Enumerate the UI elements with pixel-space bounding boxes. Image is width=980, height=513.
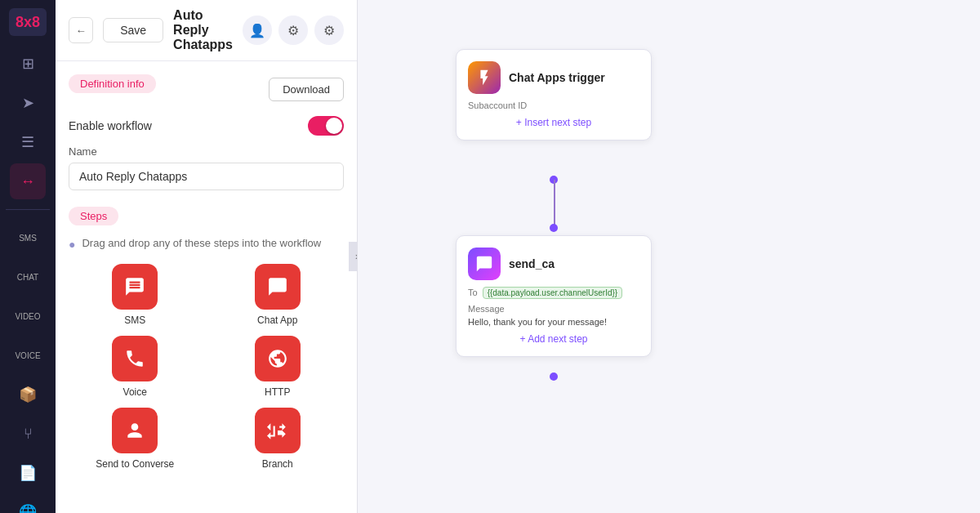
sidebar-item-voice[interactable]: VOICE	[10, 337, 46, 373]
step-voice[interactable]: Voice	[69, 336, 202, 398]
save-button[interactable]: Save	[103, 18, 163, 42]
list-icon[interactable]: ☰	[10, 124, 46, 160]
http-step-label: HTTP	[265, 386, 290, 398]
trigger-node[interactable]: Chat Apps trigger Subaccount ID + Insert…	[456, 49, 652, 141]
step-http[interactable]: HTTP	[212, 336, 345, 398]
sidebar-item-video[interactable]: VIDEO	[10, 298, 46, 334]
app-logo: 8x8	[9, 8, 47, 36]
steps-hint-text: Drag and drop any of these steps into th…	[82, 237, 321, 249]
workflow-icon[interactable]: ↔	[10, 163, 46, 199]
trigger-node-header: Chat Apps trigger	[468, 61, 639, 94]
config-button[interactable]: ⚙	[314, 16, 344, 45]
enable-toggle[interactable]	[308, 116, 344, 136]
header-actions: 👤 ⚙ ⚙	[243, 16, 344, 45]
definition-header: Definition info Download	[69, 74, 344, 105]
trigger-insert-btn[interactable]: + Insert next step	[468, 117, 639, 128]
page-title: Auto Reply Chatapps	[173, 8, 233, 52]
steps-badge: Steps	[69, 207, 118, 225]
branch-icon[interactable]: ⑂	[10, 416, 46, 452]
send-to-label: To	[468, 288, 478, 297]
settings-button[interactable]: ⚙	[278, 16, 308, 45]
send-node-header: send_ca	[468, 248, 639, 280]
add-next-step-btn[interactable]: + Add next step	[468, 333, 639, 345]
user-icon-button[interactable]: 👤	[243, 16, 272, 45]
enable-workflow-row: Enable workflow	[69, 116, 344, 136]
sms-step-icon[interactable]	[112, 264, 158, 310]
sidebar-item-workflow[interactable]: ↔	[10, 163, 46, 199]
sidebar: 8x8 ⊞ ➤ ☰ ↔ SMS CHAT VIDEO VOICE 📦 ⑂ 📄 🌐	[0, 0, 56, 513]
sms-step-label: SMS	[124, 314, 145, 326]
doc-icon[interactable]: 📄	[10, 455, 46, 491]
sidebar-item-list[interactable]: ☰	[10, 124, 46, 160]
voice-nav-icon[interactable]: VOICE	[10, 337, 46, 373]
video-nav-icon[interactable]: VIDEO	[10, 298, 46, 334]
step-chat-app[interactable]: Chat App	[212, 264, 345, 326]
chat-app-step-label: Chat App	[257, 314, 297, 326]
sidebar-item-send[interactable]: ➤	[10, 85, 46, 121]
sidebar-item-sms[interactable]: SMS	[10, 220, 46, 256]
grid-icon[interactable]: ⊞	[10, 46, 46, 82]
connector-dot-bottom	[550, 224, 558, 232]
step-sms[interactable]: SMS	[69, 264, 202, 326]
chat-nav-icon[interactable]: CHAT	[10, 259, 46, 295]
trigger-node-title: Chat Apps trigger	[509, 71, 605, 84]
definition-badge: Definition info	[69, 74, 156, 93]
hint-icon: ●	[69, 238, 75, 251]
chat-app-step-icon[interactable]	[255, 264, 301, 310]
steps-section: Steps ● Drag and drop any of these steps…	[69, 207, 344, 470]
panel-expand-handle[interactable]: ›	[349, 242, 358, 271]
steps-grid: SMS Chat App Voice	[69, 264, 344, 470]
voice-step-label: Voice	[123, 386, 147, 398]
enable-label: Enable workflow	[69, 119, 152, 132]
globe-icon[interactable]: 🌐	[10, 494, 46, 513]
send-message-value: Hello, thank you for your message!	[468, 317, 639, 327]
box-icon[interactable]: 📦	[10, 377, 46, 413]
connector-dot-end	[550, 372, 558, 381]
left-panel: ← Save Auto Reply Chatapps 👤 ⚙ ⚙ Definit…	[56, 0, 358, 513]
name-field-label: Name	[69, 145, 344, 158]
sidebar-item-grid[interactable]: ⊞	[10, 46, 46, 82]
step-send-to-converse[interactable]: Send to Converse	[69, 408, 202, 470]
branch-step-icon[interactable]	[255, 408, 301, 453]
branch-step-label: Branch	[262, 458, 293, 470]
panel-content: Definition info Download Enable workflow…	[56, 61, 357, 513]
send-node-title: send_ca	[509, 257, 555, 270]
back-button[interactable]: ←	[69, 17, 93, 43]
send-to-converse-step-label: Send to Converse	[96, 458, 174, 470]
panel-header: ← Save Auto Reply Chatapps 👤 ⚙ ⚙	[56, 0, 357, 61]
send-node[interactable]: send_ca To {{data.payload.user.channelUs…	[456, 235, 652, 357]
sidebar-item-chat[interactable]: CHAT	[10, 259, 46, 295]
send-to-value: {{data.payload.user.channelUserId}}	[483, 287, 623, 299]
step-branch[interactable]: Branch	[212, 408, 345, 470]
sms-nav-icon[interactable]: SMS	[10, 220, 46, 256]
name-input[interactable]	[69, 163, 344, 190]
send-node-icon	[468, 248, 501, 280]
send-to-converse-step-icon[interactable]	[112, 408, 158, 453]
connector-line	[554, 180, 555, 225]
workflow-canvas: Chat Apps trigger Subaccount ID + Insert…	[358, 0, 980, 513]
send-message-label: Message	[468, 304, 639, 314]
trigger-node-icon	[468, 61, 501, 94]
download-button[interactable]: Download	[269, 78, 344, 101]
workflow-canvas-area: Chat Apps trigger Subaccount ID + Insert…	[358, 0, 980, 513]
steps-hint: ● Drag and drop any of these steps into …	[69, 237, 344, 251]
voice-step-icon[interactable]	[112, 336, 158, 381]
send-icon[interactable]: ➤	[10, 85, 46, 121]
trigger-subaccount-label: Subaccount ID	[468, 100, 639, 110]
http-step-icon[interactable]	[255, 336, 301, 381]
